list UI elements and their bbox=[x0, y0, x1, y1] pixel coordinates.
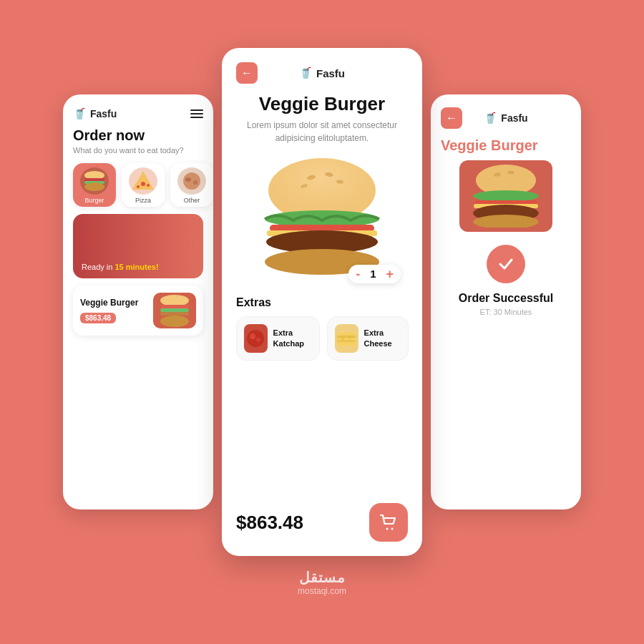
cat-label-pizza: Pizza bbox=[135, 197, 151, 204]
price-display: $863.48 bbox=[236, 512, 303, 534]
mid-brand: 🥤 Fasfu bbox=[299, 67, 345, 79]
product-image-container: - 1 + bbox=[236, 155, 408, 276]
other-cat-img bbox=[177, 167, 206, 195]
svg-point-7 bbox=[147, 184, 150, 187]
cat-label-burger: Burger bbox=[84, 197, 104, 204]
quantity-minus[interactable]: - bbox=[356, 268, 360, 280]
cat-label-other: Other bbox=[184, 197, 200, 204]
extra-katchap[interactable]: Extra Katchap bbox=[236, 316, 320, 361]
watermark-url: mostaqi.com bbox=[298, 586, 346, 596]
svg-point-29 bbox=[250, 333, 255, 339]
brand-name-left: Fasfu bbox=[90, 108, 117, 119]
product-price-left: $863.48 bbox=[80, 313, 116, 323]
svg-rect-31 bbox=[337, 333, 356, 346]
svg-rect-33 bbox=[337, 340, 356, 342]
svg-point-6 bbox=[137, 185, 140, 188]
left-header: 🥤 Fasfu bbox=[73, 107, 203, 120]
svg-rect-12 bbox=[160, 305, 189, 308]
categories: Burger Pizza bbox=[73, 163, 203, 207]
katchap-img bbox=[244, 324, 268, 353]
right-header: ← 🥤 Fasfu bbox=[441, 107, 571, 129]
svg-point-5 bbox=[141, 182, 145, 186]
cart-button[interactable] bbox=[369, 503, 408, 542]
success-text: Order Successful bbox=[441, 292, 571, 305]
mid-header: ← 🥤 Fasfu bbox=[236, 62, 408, 84]
right-brand: 🥤 Fasfu bbox=[484, 112, 527, 125]
burger-image-mid bbox=[247, 155, 397, 276]
brand-name-right: Fasfu bbox=[501, 112, 527, 124]
product-img-left bbox=[153, 293, 196, 328]
svg-point-8 bbox=[183, 172, 200, 190]
svg-point-9 bbox=[185, 177, 191, 182]
product-name-right: Veggie Burger bbox=[441, 137, 571, 153]
back-button-right[interactable]: ← bbox=[441, 107, 462, 129]
product-name-left: Veggie Burger bbox=[80, 298, 146, 308]
svg-point-10 bbox=[193, 180, 197, 185]
quantity-plus[interactable]: + bbox=[386, 268, 394, 280]
watermark: مستقل mostaqi.com bbox=[298, 569, 346, 596]
product-title-mid: Veggie Burger bbox=[236, 94, 408, 114]
et-text: ET: 30 Minutes bbox=[441, 308, 571, 316]
brand-icon-mid: 🥤 bbox=[299, 67, 313, 79]
extra-cheese-name: Extra Cheese bbox=[364, 328, 401, 348]
svg-point-41 bbox=[507, 171, 514, 175]
svg-point-37 bbox=[391, 528, 394, 530]
order-subtitle: What do you want to eat today? bbox=[73, 146, 203, 155]
screens-container: 🥤 Fasfu Order now What do you want to ea… bbox=[63, 48, 581, 556]
svg-rect-1 bbox=[84, 178, 104, 181]
svg-marker-4 bbox=[132, 171, 154, 190]
svg-point-35 bbox=[348, 336, 351, 338]
svg-point-42 bbox=[473, 190, 539, 202]
ready-text: Ready in 15 minutes! bbox=[82, 263, 159, 271]
watermark-logo: مستقل bbox=[299, 569, 346, 586]
pizza-cat-img bbox=[129, 167, 157, 195]
brand-name-mid: Fasfu bbox=[316, 67, 345, 79]
success-icon bbox=[487, 245, 525, 283]
extras-title: Extras bbox=[236, 296, 408, 309]
screen-left: 🥤 Fasfu Order now What do you want to ea… bbox=[63, 94, 213, 509]
svg-point-30 bbox=[256, 338, 260, 342]
burger-cat-img bbox=[80, 167, 109, 195]
mid-footer: $863.48 bbox=[236, 503, 408, 542]
category-burger[interactable]: Burger bbox=[73, 163, 116, 207]
product-card-left[interactable]: Veggie Burger $863.48 bbox=[73, 286, 203, 336]
ready-banner: Ready in 15 minutes! bbox=[73, 214, 203, 278]
hamburger-icon[interactable] bbox=[190, 109, 203, 118]
brand-icon-right: 🥤 bbox=[484, 112, 497, 125]
product-desc-mid: Lorem ipsum dolor sit amet consectetur a… bbox=[236, 119, 408, 145]
back-button-mid[interactable]: ← bbox=[236, 62, 258, 84]
svg-rect-32 bbox=[337, 336, 356, 338]
svg-rect-14 bbox=[160, 312, 189, 316]
svg-point-34 bbox=[341, 337, 344, 340]
screen-right: ← 🥤 Fasfu Veggie Burger bbox=[431, 94, 581, 509]
svg-point-11 bbox=[160, 295, 189, 306]
extras-row: Extra Katchap Extra Cheese bbox=[236, 316, 408, 361]
quantity-control: - 1 + bbox=[348, 265, 401, 283]
quantity-value: 1 bbox=[370, 268, 376, 280]
extra-katchap-name: Extra Katchap bbox=[273, 328, 313, 348]
product-info-left: Veggie Burger $863.48 bbox=[80, 298, 146, 323]
svg-point-15 bbox=[160, 316, 189, 327]
category-other[interactable]: Other bbox=[170, 163, 213, 207]
extra-cheese[interactable]: Extra Cheese bbox=[327, 316, 408, 361]
svg-point-36 bbox=[386, 528, 389, 530]
left-brand: 🥤 Fasfu bbox=[73, 107, 117, 120]
order-title: Order now bbox=[73, 127, 203, 144]
svg-point-3 bbox=[84, 182, 104, 191]
svg-point-28 bbox=[247, 330, 264, 347]
cheese-img bbox=[335, 324, 358, 353]
brand-icon-left: 🥤 bbox=[73, 107, 87, 120]
burger-img-right bbox=[459, 160, 552, 232]
svg-rect-13 bbox=[160, 308, 189, 312]
screen-middle: ← 🥤 Fasfu Veggie Burger Lorem ipsum dolo… bbox=[222, 48, 422, 556]
category-pizza[interactable]: Pizza bbox=[122, 163, 165, 207]
